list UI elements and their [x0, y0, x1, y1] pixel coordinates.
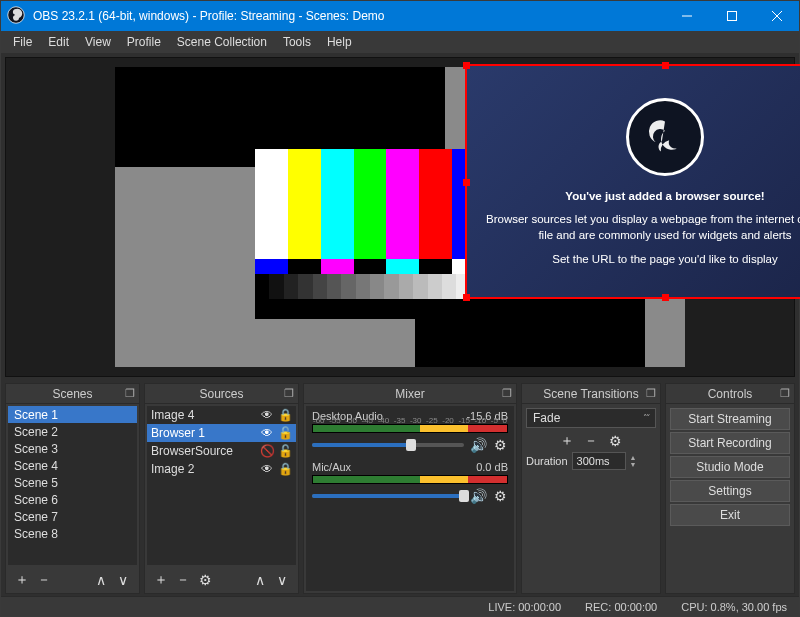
mixer-panel: Mixer❐ Desktop Audio-15.6 dB-60-55-50-45… — [303, 383, 517, 594]
resize-handle[interactable] — [463, 62, 470, 69]
visibility-toggle-icon[interactable]: 👁 — [260, 426, 274, 440]
mixer-channel: Desktop Audio-15.6 dB-60-55-50-45-40-35-… — [306, 406, 514, 457]
move-scene-up-button[interactable]: ∧ — [91, 571, 111, 589]
menu-view[interactable]: View — [77, 35, 119, 49]
popout-icon[interactable]: ❐ — [284, 387, 294, 400]
scene-item[interactable]: Scene 5 — [8, 474, 137, 491]
menubar: File Edit View Profile Scene Collection … — [1, 31, 799, 53]
scene-canvas[interactable]: You've just added a browser source! Brow… — [115, 67, 685, 367]
browser-help-line3: Set the URL to the page you'd like to di… — [552, 253, 778, 265]
popout-icon[interactable]: ❐ — [125, 387, 135, 400]
maximize-button[interactable] — [709, 1, 754, 31]
source-item[interactable]: BrowserSource🚫🔓 — [147, 442, 296, 460]
visibility-toggle-icon[interactable]: 👁 — [260, 408, 274, 422]
menu-edit[interactable]: Edit — [40, 35, 77, 49]
scene-item[interactable]: Scene 8 — [8, 525, 137, 542]
scene-item[interactable]: Scene 3 — [8, 440, 137, 457]
start-recording-button[interactable]: Start Recording — [670, 432, 790, 454]
menu-help[interactable]: Help — [319, 35, 360, 49]
visibility-toggle-icon[interactable]: 🚫 — [260, 444, 274, 458]
add-scene-button[interactable]: ＋ — [12, 571, 32, 589]
menu-scene-collection[interactable]: Scene Collection — [169, 35, 275, 49]
scene-item[interactable]: Scene 1 — [8, 406, 137, 423]
lock-toggle-icon[interactable]: 🔓 — [278, 444, 292, 458]
transitions-panel: Scene Transitions❐ Fade ˄˅ ＋ － ⚙ Duratio… — [521, 383, 661, 594]
source-item[interactable]: Browser 1👁🔓 — [147, 424, 296, 442]
channel-name: Mic/Aux — [312, 461, 351, 473]
channel-db: 0.0 dB — [476, 461, 508, 473]
gear-icon[interactable]: ⚙ — [492, 437, 508, 453]
source-properties-button[interactable]: ⚙ — [195, 571, 215, 589]
resize-handle[interactable] — [662, 294, 669, 301]
close-button[interactable] — [754, 1, 799, 31]
visibility-toggle-icon[interactable]: 👁 — [260, 462, 274, 476]
scene-item[interactable]: Scene 4 — [8, 457, 137, 474]
move-scene-down-button[interactable]: ∨ — [113, 571, 133, 589]
scene-item[interactable]: Scene 7 — [8, 508, 137, 525]
source-name: Image 4 — [151, 408, 256, 422]
vu-meter: -60-55-50-45-40-35-30-25-20-15-10-50 — [312, 424, 508, 433]
remove-transition-button[interactable]: － — [581, 432, 601, 450]
transition-properties-button[interactable]: ⚙ — [605, 432, 625, 450]
titlebar[interactable]: OBS 23.2.1 (64-bit, windows) - Profile: … — [1, 1, 799, 31]
lock-toggle-icon[interactable]: 🔓 — [278, 426, 292, 440]
speaker-icon[interactable]: 🔊 — [470, 437, 486, 453]
docks-row: Scenes❐ Scene 1Scene 2Scene 3Scene 4Scen… — [1, 381, 799, 596]
scene-item[interactable]: Scene 2 — [8, 423, 137, 440]
transition-select[interactable]: Fade ˄˅ — [526, 408, 656, 428]
exit-button[interactable]: Exit — [670, 504, 790, 526]
menu-tools[interactable]: Tools — [275, 35, 319, 49]
speaker-icon[interactable]: 🔊 — [470, 488, 486, 504]
move-source-down-button[interactable]: ∨ — [272, 571, 292, 589]
add-transition-button[interactable]: ＋ — [557, 432, 577, 450]
scene-item[interactable]: Scene 6 — [8, 491, 137, 508]
menu-profile[interactable]: Profile — [119, 35, 169, 49]
source-item[interactable]: Image 2👁🔒 — [147, 460, 296, 478]
status-cpu: CPU: 0.8%, 30.00 fps — [681, 601, 787, 613]
source-item[interactable]: Image 4👁🔒 — [147, 406, 296, 424]
settings-button[interactable]: Settings — [670, 480, 790, 502]
add-source-button[interactable]: ＋ — [151, 571, 171, 589]
resize-handle[interactable] — [463, 179, 470, 186]
minimize-button[interactable] — [664, 1, 709, 31]
vu-meter — [312, 475, 508, 484]
studio-mode-button[interactable]: Studio Mode — [670, 456, 790, 478]
start-streaming-button[interactable]: Start Streaming — [670, 408, 790, 430]
popout-icon[interactable]: ❐ — [780, 387, 790, 400]
move-source-up-button[interactable]: ∧ — [250, 571, 270, 589]
window-title: OBS 23.2.1 (64-bit, windows) - Profile: … — [33, 9, 664, 23]
popout-icon[interactable]: ❐ — [646, 387, 656, 400]
popout-icon[interactable]: ❐ — [502, 387, 512, 400]
gear-icon[interactable]: ⚙ — [492, 488, 508, 504]
scenes-list[interactable]: Scene 1Scene 2Scene 3Scene 4Scene 5Scene… — [8, 406, 137, 565]
volume-slider[interactable] — [312, 494, 464, 498]
test-pattern-source — [255, 149, 485, 319]
mixer-title: Mixer — [395, 387, 424, 401]
obs-logo-icon — [7, 6, 27, 26]
mixer-body: Desktop Audio-15.6 dB-60-55-50-45-40-35-… — [306, 406, 514, 591]
svg-rect-2 — [727, 12, 736, 21]
status-bar: LIVE: 00:00:00 REC: 00:00:00 CPU: 0.8%, … — [1, 596, 799, 616]
controls-panel: Controls❐ Start Streaming Start Recordin… — [665, 383, 795, 594]
browser-source-selected[interactable]: You've just added a browser source! Brow… — [465, 64, 800, 299]
status-live: LIVE: 00:00:00 — [488, 601, 561, 613]
source-name: Image 2 — [151, 462, 256, 476]
scenes-title: Scenes — [52, 387, 92, 401]
lock-toggle-icon[interactable]: 🔒 — [278, 462, 292, 476]
remove-scene-button[interactable]: － — [34, 571, 54, 589]
menu-file[interactable]: File — [5, 35, 40, 49]
mixer-channel: Mic/Aux0.0 dB🔊⚙ — [306, 457, 514, 508]
resize-handle[interactable] — [662, 62, 669, 69]
gear-icon: ⚙ — [609, 433, 622, 449]
volume-slider[interactable] — [312, 443, 464, 447]
remove-source-button[interactable]: － — [173, 571, 193, 589]
sources-list[interactable]: Image 4👁🔒Browser 1👁🔓BrowserSource🚫🔓Image… — [147, 406, 296, 565]
duration-spinner[interactable]: ▲▼ — [630, 454, 637, 468]
app-window: OBS 23.2.1 (64-bit, windows) - Profile: … — [0, 0, 800, 617]
lock-toggle-icon[interactable]: 🔒 — [278, 408, 292, 422]
duration-input[interactable]: 300ms — [572, 452, 626, 470]
preview-area[interactable]: You've just added a browser source! Brow… — [5, 57, 795, 377]
resize-handle[interactable] — [463, 294, 470, 301]
scenes-panel: Scenes❐ Scene 1Scene 2Scene 3Scene 4Scen… — [5, 383, 140, 594]
sources-panel: Sources❐ Image 4👁🔒Browser 1👁🔓BrowserSour… — [144, 383, 299, 594]
